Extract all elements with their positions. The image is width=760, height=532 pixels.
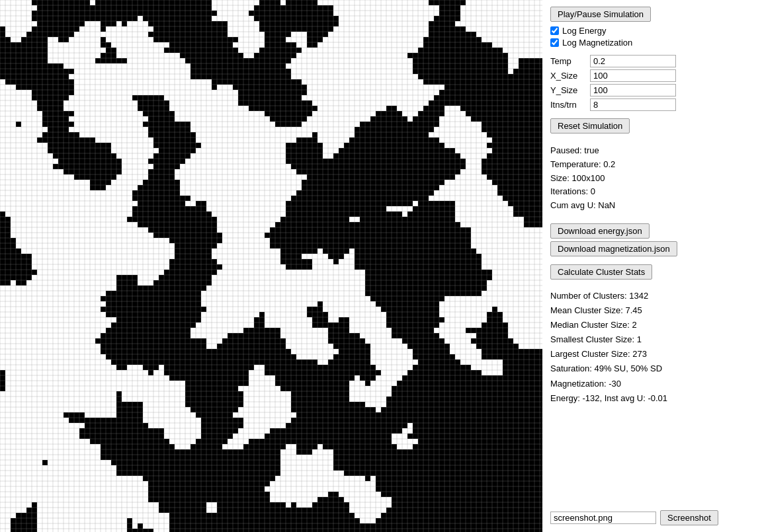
xsize-input[interactable] — [590, 69, 676, 82]
simulation-canvas-area — [0, 0, 542, 532]
ysize-row: Y_Size — [550, 84, 752, 96]
stat-num-clusters: Number of Clusters: 1342 — [550, 289, 752, 303]
status-iterations: Iterations: 0 — [550, 185, 752, 199]
stat-smallest-size: Smallest Cluster Size: 1 — [550, 332, 752, 347]
log-energy-checkbox[interactable] — [550, 26, 559, 35]
log-energy-label: Log Energy — [562, 26, 607, 36]
calculate-cluster-button[interactable]: Calculate Cluster Stats — [550, 264, 652, 280]
download-energy-button[interactable]: Download energy.json — [550, 223, 650, 239]
itns-row: Itns/trn — [550, 98, 752, 111]
param-table: Temp X_Size Y_Size Itns/trn — [550, 55, 752, 113]
itns-input[interactable] — [590, 98, 676, 111]
status-size: Size: 100x100 — [550, 172, 752, 186]
log-energy-row: Log Energy — [550, 26, 752, 36]
download-magnetization-wrap: Download magnetization.json — [550, 241, 752, 256]
status-temperature: Temperature: 0.2 — [550, 158, 752, 172]
status-block: Paused: true Temperature: 0.2 Size: 100x… — [550, 144, 752, 213]
status-paused: Paused: true — [550, 144, 752, 158]
controls-panel: Play/Pause Simulation Log Energy Log Mag… — [542, 0, 760, 532]
stat-magnetization: Magnetization: -30 — [550, 377, 752, 391]
play-pause-button[interactable]: Play/Pause Simulation — [550, 7, 651, 22]
stat-saturation: Saturation: 49% SU, 50% SD — [550, 361, 752, 376]
xsize-row: X_Size — [550, 69, 752, 82]
itns-label: Itns/trn — [550, 100, 590, 110]
stat-mean-size: Mean Cluster Size: 7.45 — [550, 303, 752, 318]
temp-input[interactable] — [590, 55, 676, 67]
log-magnetization-checkbox[interactable] — [550, 38, 559, 47]
status-cum-avg-u: Cum avg U: NaN — [550, 199, 752, 213]
ysize-input[interactable] — [590, 84, 676, 96]
ysize-label: Y_Size — [550, 85, 590, 95]
screenshot-button[interactable]: Screenshot — [660, 510, 718, 525]
ising-canvas — [0, 0, 542, 532]
stat-energy: Energy: -132, Inst avg U: -0.01 — [550, 391, 752, 406]
reset-button[interactable]: Reset Simulation — [550, 118, 630, 133]
download-magnetization-button[interactable]: Download magnetization.json — [550, 241, 677, 256]
screenshot-filename-input[interactable] — [550, 512, 656, 524]
stat-median-size: Median Cluster Size: 2 — [550, 318, 752, 332]
cluster-stats-block: Number of Clusters: 1342 Mean Cluster Si… — [550, 289, 752, 406]
xsize-label: X_Size — [550, 71, 590, 81]
log-magnetization-label: Log Magnetization — [562, 38, 632, 48]
screenshot-row: Screenshot — [550, 504, 752, 525]
temp-label: Temp — [550, 56, 590, 66]
stat-largest-size: Largest Cluster Size: 273 — [550, 347, 752, 361]
download-energy-wrap: Download energy.json — [550, 223, 752, 239]
temp-row: Temp — [550, 55, 752, 67]
log-magnetization-row: Log Magnetization — [550, 38, 752, 48]
